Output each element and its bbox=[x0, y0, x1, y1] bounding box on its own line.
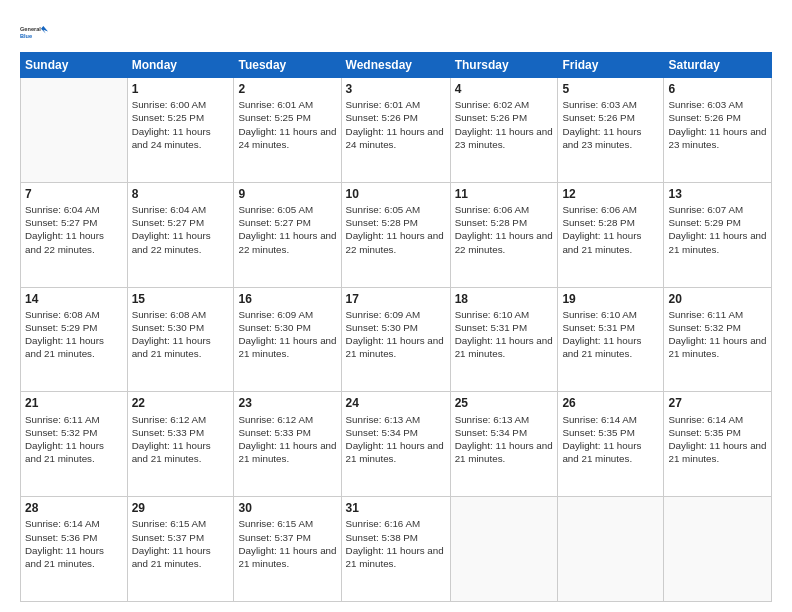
day-info: Sunrise: 6:01 AM Sunset: 5:26 PM Dayligh… bbox=[346, 98, 446, 151]
day-number: 18 bbox=[455, 291, 554, 307]
day-info: Sunrise: 6:12 AM Sunset: 5:33 PM Dayligh… bbox=[238, 413, 336, 466]
calendar-day: 8Sunrise: 6:04 AM Sunset: 5:27 PM Daylig… bbox=[127, 182, 234, 287]
day-number: 13 bbox=[668, 186, 767, 202]
day-info: Sunrise: 6:15 AM Sunset: 5:37 PM Dayligh… bbox=[238, 517, 336, 570]
calendar-day: 1Sunrise: 6:00 AM Sunset: 5:25 PM Daylig… bbox=[127, 78, 234, 183]
svg-text:Blue: Blue bbox=[20, 33, 32, 39]
day-info: Sunrise: 6:04 AM Sunset: 5:27 PM Dayligh… bbox=[132, 203, 230, 256]
day-number: 19 bbox=[562, 291, 659, 307]
day-info: Sunrise: 6:00 AM Sunset: 5:25 PM Dayligh… bbox=[132, 98, 230, 151]
day-info: Sunrise: 6:13 AM Sunset: 5:34 PM Dayligh… bbox=[455, 413, 554, 466]
day-number: 24 bbox=[346, 395, 446, 411]
calendar-day: 2Sunrise: 6:01 AM Sunset: 5:25 PM Daylig… bbox=[234, 78, 341, 183]
weekday-monday: Monday bbox=[127, 53, 234, 78]
calendar-day: 16Sunrise: 6:09 AM Sunset: 5:30 PM Dayli… bbox=[234, 287, 341, 392]
day-info: Sunrise: 6:16 AM Sunset: 5:38 PM Dayligh… bbox=[346, 517, 446, 570]
day-number: 26 bbox=[562, 395, 659, 411]
day-info: Sunrise: 6:03 AM Sunset: 5:26 PM Dayligh… bbox=[562, 98, 659, 151]
calendar-day: 30Sunrise: 6:15 AM Sunset: 5:37 PM Dayli… bbox=[234, 497, 341, 602]
day-number: 12 bbox=[562, 186, 659, 202]
day-info: Sunrise: 6:15 AM Sunset: 5:37 PM Dayligh… bbox=[132, 517, 230, 570]
day-number: 10 bbox=[346, 186, 446, 202]
calendar-body: 1Sunrise: 6:00 AM Sunset: 5:25 PM Daylig… bbox=[21, 78, 772, 602]
calendar-day: 25Sunrise: 6:13 AM Sunset: 5:34 PM Dayli… bbox=[450, 392, 558, 497]
svg-marker-2 bbox=[41, 26, 48, 33]
day-number: 1 bbox=[132, 81, 230, 97]
day-info: Sunrise: 6:11 AM Sunset: 5:32 PM Dayligh… bbox=[668, 308, 767, 361]
calendar-day bbox=[21, 78, 128, 183]
day-number: 25 bbox=[455, 395, 554, 411]
calendar-day: 6Sunrise: 6:03 AM Sunset: 5:26 PM Daylig… bbox=[664, 78, 772, 183]
calendar-day: 21Sunrise: 6:11 AM Sunset: 5:32 PM Dayli… bbox=[21, 392, 128, 497]
calendar-day: 17Sunrise: 6:09 AM Sunset: 5:30 PM Dayli… bbox=[341, 287, 450, 392]
day-number: 23 bbox=[238, 395, 336, 411]
calendar-day: 14Sunrise: 6:08 AM Sunset: 5:29 PM Dayli… bbox=[21, 287, 128, 392]
day-info: Sunrise: 6:01 AM Sunset: 5:25 PM Dayligh… bbox=[238, 98, 336, 151]
day-number: 16 bbox=[238, 291, 336, 307]
day-info: Sunrise: 6:08 AM Sunset: 5:29 PM Dayligh… bbox=[25, 308, 123, 361]
weekday-tuesday: Tuesday bbox=[234, 53, 341, 78]
weekday-sunday: Sunday bbox=[21, 53, 128, 78]
calendar-day: 11Sunrise: 6:06 AM Sunset: 5:28 PM Dayli… bbox=[450, 182, 558, 287]
calendar-day: 20Sunrise: 6:11 AM Sunset: 5:32 PM Dayli… bbox=[664, 287, 772, 392]
calendar-week-0: 1Sunrise: 6:00 AM Sunset: 5:25 PM Daylig… bbox=[21, 78, 772, 183]
day-number: 3 bbox=[346, 81, 446, 97]
day-info: Sunrise: 6:05 AM Sunset: 5:27 PM Dayligh… bbox=[238, 203, 336, 256]
calendar-day bbox=[450, 497, 558, 602]
day-number: 7 bbox=[25, 186, 123, 202]
header: GeneralBlue bbox=[20, 18, 772, 46]
day-number: 22 bbox=[132, 395, 230, 411]
calendar-day: 23Sunrise: 6:12 AM Sunset: 5:33 PM Dayli… bbox=[234, 392, 341, 497]
weekday-header-row: SundayMondayTuesdayWednesdayThursdayFrid… bbox=[21, 53, 772, 78]
day-info: Sunrise: 6:11 AM Sunset: 5:32 PM Dayligh… bbox=[25, 413, 123, 466]
logo: GeneralBlue bbox=[20, 18, 48, 46]
day-info: Sunrise: 6:10 AM Sunset: 5:31 PM Dayligh… bbox=[562, 308, 659, 361]
day-number: 9 bbox=[238, 186, 336, 202]
day-info: Sunrise: 6:03 AM Sunset: 5:26 PM Dayligh… bbox=[668, 98, 767, 151]
day-info: Sunrise: 6:13 AM Sunset: 5:34 PM Dayligh… bbox=[346, 413, 446, 466]
calendar-day: 29Sunrise: 6:15 AM Sunset: 5:37 PM Dayli… bbox=[127, 497, 234, 602]
logo-icon: GeneralBlue bbox=[20, 18, 48, 46]
day-info: Sunrise: 6:07 AM Sunset: 5:29 PM Dayligh… bbox=[668, 203, 767, 256]
weekday-thursday: Thursday bbox=[450, 53, 558, 78]
day-info: Sunrise: 6:08 AM Sunset: 5:30 PM Dayligh… bbox=[132, 308, 230, 361]
calendar-day: 31Sunrise: 6:16 AM Sunset: 5:38 PM Dayli… bbox=[341, 497, 450, 602]
calendar-table: SundayMondayTuesdayWednesdayThursdayFrid… bbox=[20, 52, 772, 602]
weekday-saturday: Saturday bbox=[664, 53, 772, 78]
calendar-day: 4Sunrise: 6:02 AM Sunset: 5:26 PM Daylig… bbox=[450, 78, 558, 183]
calendar-week-1: 7Sunrise: 6:04 AM Sunset: 5:27 PM Daylig… bbox=[21, 182, 772, 287]
calendar-day: 10Sunrise: 6:05 AM Sunset: 5:28 PM Dayli… bbox=[341, 182, 450, 287]
weekday-friday: Friday bbox=[558, 53, 664, 78]
calendar-day: 19Sunrise: 6:10 AM Sunset: 5:31 PM Dayli… bbox=[558, 287, 664, 392]
day-number: 28 bbox=[25, 500, 123, 516]
day-number: 2 bbox=[238, 81, 336, 97]
day-number: 21 bbox=[25, 395, 123, 411]
calendar-day: 27Sunrise: 6:14 AM Sunset: 5:35 PM Dayli… bbox=[664, 392, 772, 497]
day-info: Sunrise: 6:12 AM Sunset: 5:33 PM Dayligh… bbox=[132, 413, 230, 466]
day-number: 14 bbox=[25, 291, 123, 307]
calendar-day: 28Sunrise: 6:14 AM Sunset: 5:36 PM Dayli… bbox=[21, 497, 128, 602]
day-info: Sunrise: 6:14 AM Sunset: 5:35 PM Dayligh… bbox=[668, 413, 767, 466]
day-number: 20 bbox=[668, 291, 767, 307]
weekday-wednesday: Wednesday bbox=[341, 53, 450, 78]
day-number: 31 bbox=[346, 500, 446, 516]
day-info: Sunrise: 6:14 AM Sunset: 5:35 PM Dayligh… bbox=[562, 413, 659, 466]
calendar-day: 26Sunrise: 6:14 AM Sunset: 5:35 PM Dayli… bbox=[558, 392, 664, 497]
day-info: Sunrise: 6:09 AM Sunset: 5:30 PM Dayligh… bbox=[346, 308, 446, 361]
day-number: 11 bbox=[455, 186, 554, 202]
calendar-day bbox=[664, 497, 772, 602]
day-number: 5 bbox=[562, 81, 659, 97]
calendar-day bbox=[558, 497, 664, 602]
day-number: 6 bbox=[668, 81, 767, 97]
calendar-day: 22Sunrise: 6:12 AM Sunset: 5:33 PM Dayli… bbox=[127, 392, 234, 497]
day-number: 29 bbox=[132, 500, 230, 516]
calendar-header: SundayMondayTuesdayWednesdayThursdayFrid… bbox=[21, 53, 772, 78]
day-info: Sunrise: 6:14 AM Sunset: 5:36 PM Dayligh… bbox=[25, 517, 123, 570]
day-info: Sunrise: 6:06 AM Sunset: 5:28 PM Dayligh… bbox=[455, 203, 554, 256]
day-info: Sunrise: 6:02 AM Sunset: 5:26 PM Dayligh… bbox=[455, 98, 554, 151]
day-number: 17 bbox=[346, 291, 446, 307]
calendar-week-2: 14Sunrise: 6:08 AM Sunset: 5:29 PM Dayli… bbox=[21, 287, 772, 392]
calendar-week-3: 21Sunrise: 6:11 AM Sunset: 5:32 PM Dayli… bbox=[21, 392, 772, 497]
day-info: Sunrise: 6:06 AM Sunset: 5:28 PM Dayligh… bbox=[562, 203, 659, 256]
page: GeneralBlue SundayMondayTuesdayWednesday… bbox=[0, 0, 792, 612]
